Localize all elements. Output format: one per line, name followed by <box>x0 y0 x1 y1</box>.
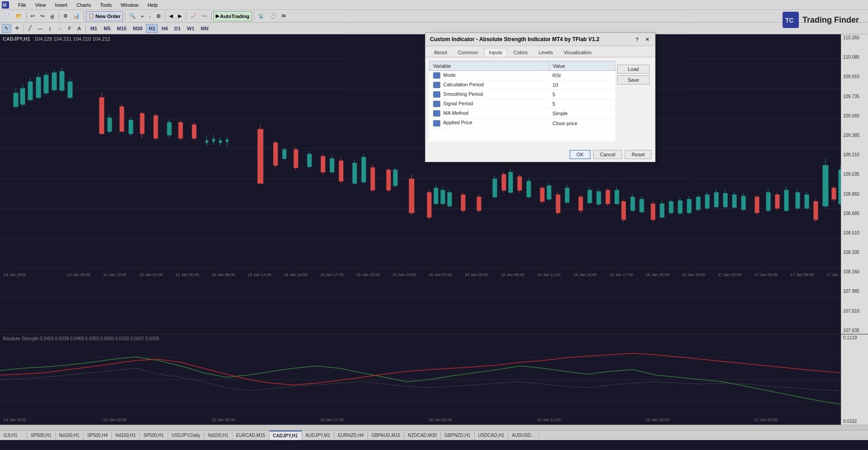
cancel-button[interactable]: Cancel <box>593 150 622 159</box>
modal-help-btn[interactable]: ? <box>633 36 641 43</box>
val-applied-price: Close price <box>549 118 615 128</box>
table-row[interactable]: Signal Period 5 <box>429 99 615 109</box>
val-signal-period: 5 <box>549 99 615 109</box>
ok-button[interactable]: OK <box>570 150 590 159</box>
table-row[interactable]: Applied Price Close price <box>429 118 615 128</box>
modal-right-actions: Load Save <box>615 61 651 144</box>
col-value: Value <box>549 61 615 71</box>
row-icon <box>433 72 440 79</box>
modal-inner: Variable Value Mode RSI <box>429 61 651 144</box>
var-signal-period: Signal Period <box>443 101 473 106</box>
load-button[interactable]: Load <box>617 65 650 74</box>
modal-content: Variable Value Mode RSI <box>425 57 655 147</box>
row-variable: MA Method <box>429 109 549 118</box>
val-ma-method: Simple <box>549 109 615 118</box>
row-icon <box>433 82 440 88</box>
params-table: Variable Value Mode RSI <box>429 61 615 142</box>
save-button[interactable]: Save <box>617 75 650 84</box>
row-icon <box>433 110 440 117</box>
modal-tab-about[interactable]: About <box>429 48 452 57</box>
modal-tab-visualization[interactable]: Visualization <box>559 48 597 57</box>
modal-close-btn[interactable]: ✕ <box>643 36 651 43</box>
row-variable: Mode <box>429 71 549 80</box>
var-calc-period: Calculation Period <box>443 82 484 87</box>
modal-tab-levels[interactable]: Levels <box>533 48 558 57</box>
table-row[interactable]: Mode RSI <box>429 71 615 80</box>
row-variable: Calculation Period <box>429 80 549 90</box>
val-calc-period: 10 <box>549 80 615 90</box>
table-row[interactable]: Smoothing Period 5 <box>429 90 615 99</box>
modal-title: Custom Indicator - Absolute Strength Ind… <box>430 36 599 42</box>
row-variable: Signal Period <box>429 99 549 109</box>
modal-overlay: Custom Indicator - Absolute Strength Ind… <box>0 0 868 450</box>
var-applied-price: Applied Price <box>443 120 472 125</box>
var-ma-method: MA Method <box>443 110 469 116</box>
modal-table-area: Variable Value Mode RSI <box>429 61 615 144</box>
row-variable: Applied Price <box>429 118 549 128</box>
var-mode: Mode <box>443 72 456 78</box>
table-row[interactable]: Calculation Period 10 <box>429 80 615 90</box>
modal-tab-inputs[interactable]: Inputs <box>484 48 507 57</box>
reset-button[interactable]: Reset <box>625 150 651 159</box>
val-mode: RSI <box>549 71 615 80</box>
modal-tab-colors[interactable]: Colors <box>508 48 533 57</box>
var-smooth-period: Smoothing Period <box>443 91 483 97</box>
val-smooth-period: 5 <box>549 90 615 99</box>
row-icon <box>433 120 440 127</box>
modal-title-icons: ? ✕ <box>633 36 651 43</box>
table-row[interactable]: MA Method Simple <box>429 109 615 118</box>
modal-title-bar: Custom Indicator - Absolute Strength Ind… <box>425 33 655 46</box>
row-icon <box>433 101 440 107</box>
row-variable: Smoothing Period <box>429 90 549 99</box>
col-variable: Variable <box>429 61 549 71</box>
row-icon <box>433 91 440 98</box>
modal-actions: OK Cancel Reset <box>425 147 655 162</box>
table-row-empty <box>429 128 615 141</box>
modal-tab-common[interactable]: Common <box>453 48 483 57</box>
modal-tabs: About Common Inputs Colors Levels Visual… <box>425 46 655 57</box>
modal-dialog: Custom Indicator - Absolute Strength Ind… <box>425 33 656 162</box>
